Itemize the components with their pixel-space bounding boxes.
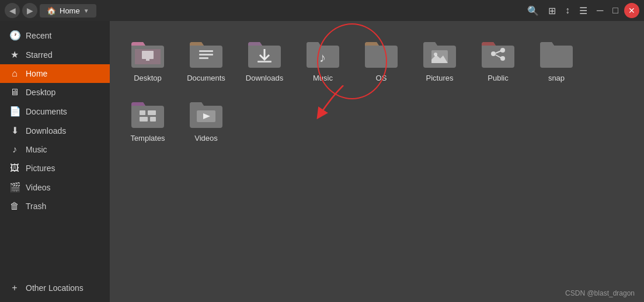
close-button[interactable]: ✕ [624,3,639,18]
watermark-text: CSDN @blast_dragon [565,289,635,297]
sidebar-item-documents[interactable]: 📄 Documents [0,102,110,121]
sidebar-label-documents: Documents [26,107,67,116]
sidebar-label-starred: Starred [26,50,53,60]
folder-os[interactable]: OS [355,33,408,87]
back-button[interactable]: ◀ [5,3,20,18]
recent-icon: 🕐 [9,30,20,41]
svg-rect-3 [199,54,213,55]
main-container: 🕐 Recent ★ Starred ⌂ Home 🖥 Desktop 📄 Do… [0,21,644,302]
sidebar-item-videos[interactable]: 🎬 Videos [0,178,110,197]
sidebar-item-recent[interactable]: 🕐 Recent [0,26,110,45]
folder-templates-icon [129,98,166,130]
dropdown-icon: ▼ [83,8,89,14]
other-locations-icon: + [9,283,20,293]
sidebar-item-home[interactable]: ⌂ Home [0,64,110,83]
titlebar-actions: 🔍 ⊞ ↕ ☰ ─ □ ✕ [524,3,639,19]
folder-desktop-icon [129,37,166,70]
documents-icon: 📄 [9,106,20,117]
folder-videos[interactable]: Videos [180,93,232,147]
svg-point-10 [491,51,496,56]
folder-videos-label: Videos [194,134,218,143]
sort-button[interactable]: ↕ [562,3,573,18]
svg-rect-2 [199,50,213,52]
folder-templates[interactable]: Templates [121,93,174,147]
folder-desktop[interactable]: Desktop [121,33,174,87]
svg-point-12 [500,56,505,61]
folder-os-icon [363,37,400,70]
sidebar-label-downloads: Downloads [26,126,66,136]
sidebar: 🕐 Recent ★ Starred ⌂ Home 🖥 Desktop 📄 Do… [0,21,110,302]
svg-rect-17 [140,117,148,122]
folder-documents-icon [187,37,225,70]
sidebar-label-trash: Trash [26,202,46,211]
folder-desktop-label: Desktop [134,74,162,82]
sidebar-label-recent: Recent [26,31,51,40]
sidebar-label-music: Music [26,145,47,154]
folder-music-icon: ♪ [304,37,342,70]
svg-rect-4 [199,57,208,59]
videos-icon: 🎬 [9,182,20,193]
folder-pictures-label: Pictures [426,74,454,82]
folder-documents[interactable]: Documents [180,33,232,87]
menu-button[interactable]: ☰ [576,3,591,19]
svg-rect-15 [140,110,145,115]
sidebar-label-desktop: Desktop [26,88,55,97]
maximize-button[interactable]: □ [609,3,622,18]
svg-rect-1 [146,59,149,61]
folder-videos-icon [187,98,225,130]
sidebar-label-videos: Videos [26,183,51,192]
search-button[interactable]: 🔍 [524,3,542,19]
folder-public[interactable]: Public [472,33,524,87]
desktop-icon: 🖥 [9,87,20,98]
svg-point-11 [500,48,505,53]
pictures-icon: 🖼 [9,163,20,173]
folder-documents-label: Documents [187,74,225,82]
folder-pictures-icon [421,37,458,70]
downloads-icon: ⬇ [9,125,20,136]
folder-public-label: Public [488,74,508,82]
sidebar-label-pictures: Pictures [26,164,55,173]
svg-rect-0 [142,51,154,59]
folder-downloads-icon [246,37,283,70]
folder-public-icon [479,37,517,70]
folder-downloads[interactable]: Downloads [238,33,291,87]
folder-pictures[interactable]: Pictures [413,33,466,87]
location-label: Home [60,6,80,15]
svg-rect-16 [148,110,156,115]
trash-icon: 🗑 [9,201,20,211]
content-area: Desktop Documents [110,21,644,302]
folder-grid: Desktop Documents [121,33,632,147]
titlebar: ◀ ▶ 🏠 Home ▼ 🔍 ⊞ ↕ ☰ ─ □ ✕ [0,0,644,21]
folder-templates-label: Templates [130,134,165,143]
music-icon: ♪ [9,144,20,155]
sidebar-item-music[interactable]: ♪ Music [0,140,110,159]
watermark: CSDN @blast_dragon [565,289,635,297]
starred-icon: ★ [9,49,20,60]
forward-button[interactable]: ▶ [22,3,37,18]
location-bar[interactable]: 🏠 Home ▼ [40,4,96,18]
home-icon: ⌂ [9,68,20,79]
minimize-button[interactable]: ─ [593,3,607,18]
folder-downloads-label: Downloads [246,74,283,82]
svg-rect-18 [150,117,156,122]
sidebar-item-pictures[interactable]: 🖼 Pictures [0,159,110,178]
sidebar-label-other-locations: Other Locations [26,283,83,293]
sidebar-item-starred[interactable]: ★ Starred [0,45,110,64]
location-icon: 🏠 [47,6,56,15]
svg-text:♪: ♪ [319,50,326,65]
sidebar-item-trash[interactable]: 🗑 Trash [0,197,110,216]
sidebar-label-home: Home [26,69,47,78]
folder-snap-label: snap [548,74,565,82]
sidebar-item-desktop[interactable]: 🖥 Desktop [0,83,110,102]
folder-snap-icon [538,37,575,70]
view-toggle-button[interactable]: ⊞ [545,3,559,19]
svg-rect-6 [257,61,271,63]
folder-music[interactable]: ♪ Music [297,33,349,87]
folder-os-label: OS [376,74,387,82]
folder-music-label: Music [313,74,333,82]
sidebar-item-downloads[interactable]: ⬇ Downloads [0,121,110,140]
sidebar-item-other-locations[interactable]: + Other Locations [0,279,110,297]
folder-snap[interactable]: snap [530,33,583,87]
